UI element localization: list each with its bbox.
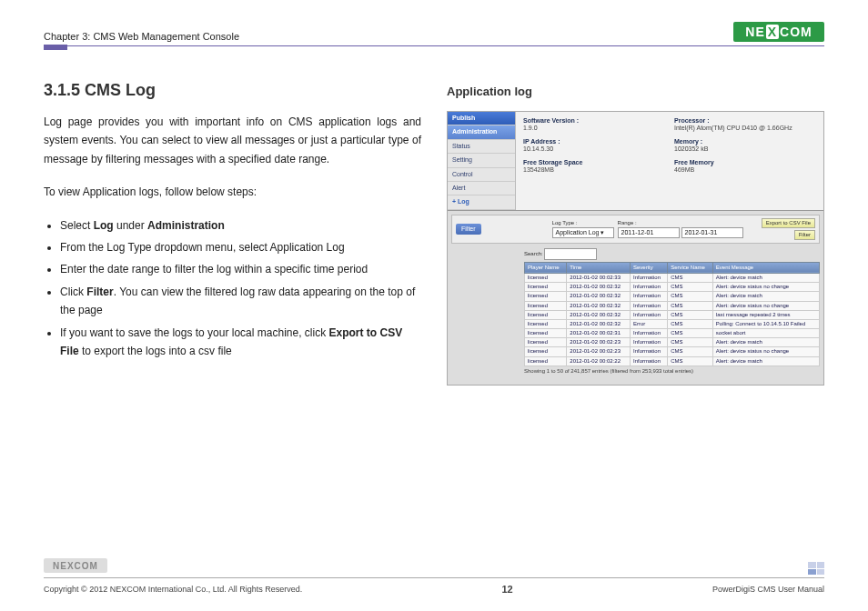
ip-label: IP Address : [523,138,665,145]
step-4: Click Filter. You can view the filtered … [60,283,421,320]
col-severity[interactable]: Severity [631,262,668,273]
sidebar-alert[interactable]: Alert [448,182,515,195]
sidebar: Publish Administration Status Setting Co… [448,112,516,210]
table-row: licensed2012-01-02 00:02:23InformationCM… [525,338,820,347]
table-row: licensed2012-01-02 00:02:32InformationCM… [525,310,820,319]
freemem-label: Free Memory [674,159,816,166]
log-table: Player Name Time Severity Service Name E… [524,262,820,366]
export-csv-button[interactable]: Export to CSV File [762,218,815,228]
table-row: licensed2012-01-02 00:02:33InformationCM… [525,273,820,282]
processor-label: Processor : [674,117,816,125]
page-number: 12 [501,584,512,595]
search-label: Search: [524,251,543,256]
step-3: Enter the date range to filter the log w… [60,260,421,278]
footer-brand-logo: NEXCOM [44,558,107,573]
col-player[interactable]: Player Name [525,262,567,273]
table-row: licensed2012-01-02 00:02:32InformationCM… [525,283,820,292]
ip-value: 10.14.5.30 [523,145,665,153]
logtype-label: Log Type : [552,220,614,226]
manual-name: PowerDigiS CMS User Manual [712,585,824,594]
table-row: licensed2012-01-02 00:02:23InformationCM… [525,347,820,356]
sidebar-control[interactable]: Control [448,168,515,182]
storage-label: Free Storage Space [523,159,665,166]
freemem-value: 469MB [674,166,816,174]
app-screenshot: Publish Administration Status Setting Co… [447,111,824,386]
sidebar-status[interactable]: Status [448,140,515,154]
intro-paragraph: Log page provides you with important inf… [44,113,421,168]
filter-button[interactable]: Filter [794,230,815,240]
col-service[interactable]: Service Name [668,262,713,273]
col-time[interactable]: Time [567,262,631,273]
system-info-panel: Software Version : 1.9.0 Processor : Int… [516,112,823,210]
table-row: licensed2012-01-02 00:02:32InformationCM… [525,301,820,310]
table-row: licensed2012-01-02 00:02:32InformationCM… [525,292,820,301]
table-row: licensed2012-01-02 00:02:32ErrorCMSPolli… [525,319,820,328]
filter-bar: Filter Log Type : Application Log ▾ Rang… [451,215,820,244]
brand-logo: NEXCOM [733,22,824,42]
table-row: licensed2012-01-02 00:02:22InformationCM… [525,356,820,366]
chapter-title: Chapter 3: CMS Web Management Console [44,31,239,42]
section-heading: 3.1.5 CMS Log [44,81,421,100]
step-2: From the Log Type dropdown menu, select … [60,238,421,256]
table-row: licensed2012-01-02 00:02:31InformationCM… [525,329,820,338]
footer-rule [44,577,824,578]
range-label: Range : [618,220,743,226]
memory-value: 1020352 kB [674,145,816,153]
sw-version-value: 1.9.0 [523,125,665,132]
footer-decoration [808,562,824,575]
sidebar-publish[interactable]: Publish [448,112,515,125]
filter-tab[interactable]: Filter [456,224,481,235]
table-footer: Showing 1 to 50 of 241,857 entries (filt… [524,368,820,375]
steps-intro: To view Application logs, follow below s… [44,183,421,201]
processor-value: Intel(R) Atom(TM) CPU D410 @ 1.66GHz [674,125,816,132]
sidebar-setting[interactable]: Setting [448,154,515,167]
sidebar-log[interactable]: + Log [448,195,515,209]
sidebar-administration[interactable]: Administration [448,125,515,139]
step-1: Select Log under Administration [60,216,421,235]
memory-label: Memory : [674,138,816,145]
steps-list: Select Log under Administration From the… [44,216,421,361]
range-from-input[interactable]: 2011-12-01 [618,227,680,238]
header-rule [44,45,824,46]
sw-version-label: Software Version : [523,117,665,125]
range-to-input[interactable]: 2012-01-31 [681,227,743,238]
copyright: Copyright © 2012 NEXCOM International Co… [44,585,302,594]
col-message[interactable]: Event Message [712,262,819,273]
storage-value: 135428MB [523,166,665,174]
logtype-select[interactable]: Application Log ▾ [552,227,614,238]
search-input[interactable] [544,248,597,259]
screenshot-title: Application log [447,85,824,98]
step-5: If you want to save the logs to your loc… [60,324,421,361]
